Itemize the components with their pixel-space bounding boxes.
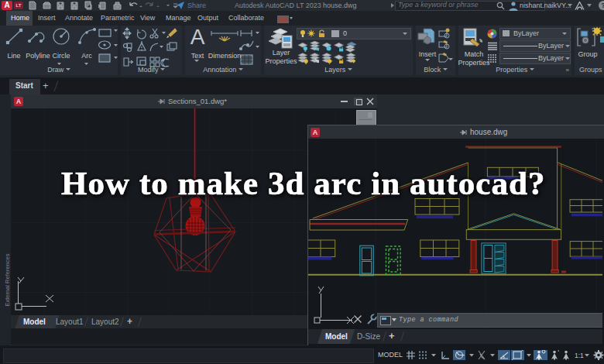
svg-text:1:1: 1:1	[575, 352, 584, 359]
